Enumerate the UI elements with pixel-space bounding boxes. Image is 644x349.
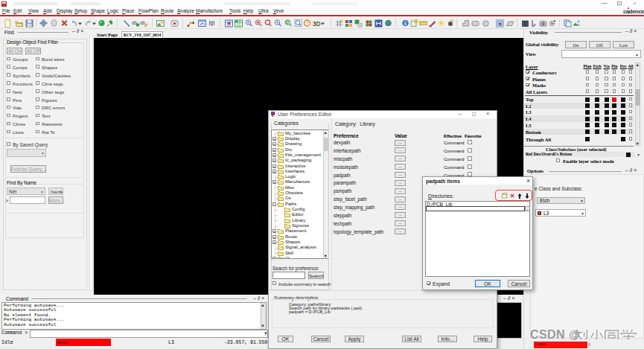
svg-text:i: i <box>404 20 406 27</box>
svg-text:ab: ab <box>140 20 146 25</box>
